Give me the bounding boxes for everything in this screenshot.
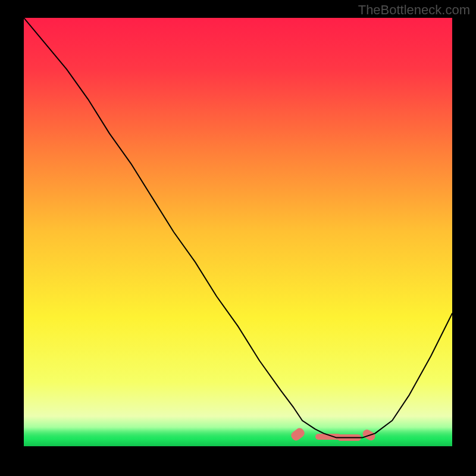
watermark-text: TheBottleneck.com [358,2,470,18]
plot-area [24,18,452,446]
bottleneck-curve [24,18,452,446]
chart-frame: TheBottleneck.com [0,0,476,476]
